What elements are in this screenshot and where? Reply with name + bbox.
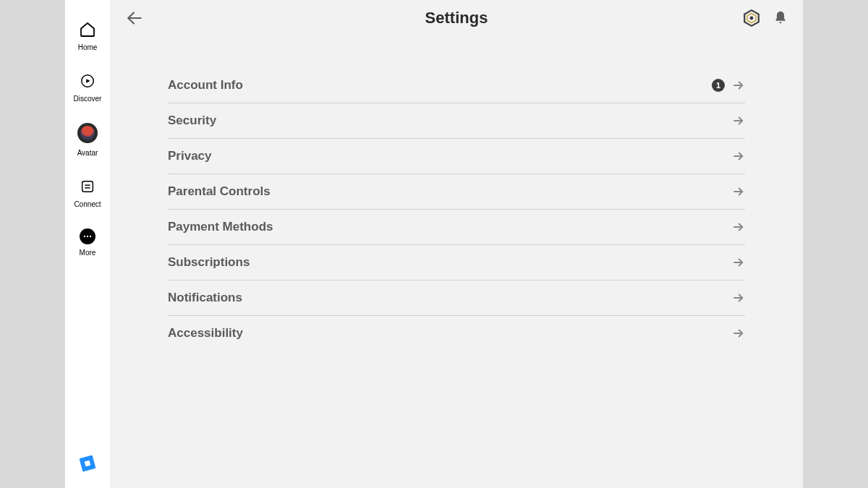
settings-item-right: 1 <box>712 79 745 92</box>
sidebar-item-more[interactable]: More <box>65 228 110 257</box>
settings-item-right <box>732 150 745 163</box>
svg-rect-1 <box>82 181 93 192</box>
settings-item-label: Notifications <box>168 291 242 305</box>
badge: 1 <box>712 79 725 92</box>
settings-item-account-info[interactable]: Account Info 1 <box>168 68 745 103</box>
robux-icon <box>742 9 761 27</box>
notifications-button[interactable] <box>773 10 788 26</box>
app-container: Home Discover Avatar <box>65 0 803 488</box>
sidebar-item-connect[interactable]: Connect <box>65 177 110 208</box>
settings-item-right <box>732 291 745 304</box>
svg-point-12 <box>750 17 754 20</box>
settings-item-label: Security <box>168 114 216 128</box>
settings-item-label: Privacy <box>168 149 212 163</box>
settings-item-label: Accessibility <box>168 326 243 341</box>
arrow-right-icon <box>732 185 745 198</box>
sidebar-item-label: Connect <box>74 200 101 208</box>
studio-icon <box>77 453 98 474</box>
settings-item-right <box>732 114 745 127</box>
sidebar-item-label: Discover <box>74 95 102 103</box>
svg-point-6 <box>90 236 91 237</box>
sidebar-item-avatar[interactable]: Avatar <box>65 123 110 157</box>
settings-item-right <box>732 256 745 269</box>
settings-item-security[interactable]: Security <box>168 103 745 139</box>
bell-icon <box>773 10 788 26</box>
settings-item-parental-controls[interactable]: Parental Controls <box>168 174 745 210</box>
settings-item-privacy[interactable]: Privacy <box>168 139 745 174</box>
arrow-right-icon <box>732 114 745 127</box>
settings-list: Account Info 1 Security <box>110 36 803 351</box>
sidebar-item-label: Home <box>78 43 98 51</box>
settings-item-notifications[interactable]: Notifications <box>168 281 745 316</box>
settings-item-label: Parental Controls <box>168 184 271 199</box>
settings-item-label: Payment Methods <box>168 220 273 234</box>
arrow-right-icon <box>732 221 745 234</box>
settings-item-right <box>732 327 745 340</box>
settings-item-right <box>732 185 745 198</box>
header-actions <box>742 9 788 27</box>
back-button[interactable] <box>124 8 145 28</box>
content: Settings Accou <box>110 0 803 488</box>
arrow-right-icon <box>732 291 745 304</box>
svg-point-5 <box>87 236 88 237</box>
avatar-icon <box>77 123 98 143</box>
sidebar-item-label: More <box>80 249 96 257</box>
arrow-left-icon <box>125 9 144 27</box>
robux-button[interactable] <box>742 9 761 27</box>
settings-item-label: Subscriptions <box>168 255 250 270</box>
studio-logo-button[interactable] <box>77 453 98 474</box>
more-icon <box>80 228 95 244</box>
settings-item-payment-methods[interactable]: Payment Methods <box>168 210 745 245</box>
page-title: Settings <box>425 9 488 27</box>
sidebar: Home Discover Avatar <box>65 0 110 488</box>
arrow-right-icon <box>732 256 745 269</box>
settings-item-label: Account Info <box>168 78 243 93</box>
sidebar-item-label: Avatar <box>77 149 98 157</box>
discover-icon <box>78 72 97 90</box>
sidebar-item-discover[interactable]: Discover <box>65 72 110 103</box>
settings-item-accessibility[interactable]: Accessibility <box>168 316 745 351</box>
svg-point-4 <box>84 236 85 237</box>
sidebar-item-home[interactable]: Home <box>65 20 110 51</box>
settings-item-subscriptions[interactable]: Subscriptions <box>168 245 745 281</box>
arrow-right-icon <box>732 150 745 163</box>
header: Settings <box>110 0 803 36</box>
connect-icon <box>78 177 97 196</box>
arrow-right-icon <box>732 327 745 340</box>
arrow-right-icon <box>732 79 745 92</box>
home-icon <box>78 20 97 39</box>
settings-item-right <box>732 221 745 234</box>
